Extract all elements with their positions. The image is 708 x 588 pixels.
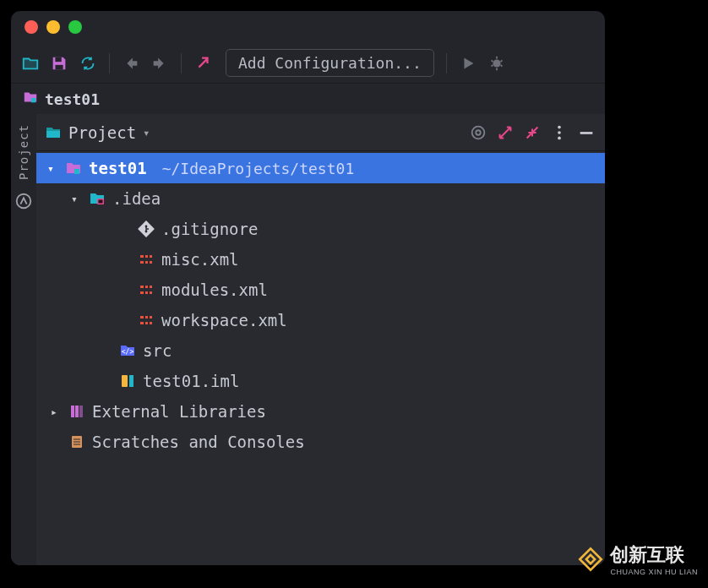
forward-icon[interactable] — [150, 54, 169, 73]
svg-rect-31 — [129, 375, 133, 381]
project-toolwindow-button[interactable]: Project — [17, 124, 30, 180]
node-label: Scratches and Consoles — [92, 433, 305, 451]
main-toolbar: Add Configuration... — [11, 43, 605, 84]
back-icon[interactable] — [122, 54, 140, 73]
project-tree: ▾ test01 ~/IdeaProjects/test01 ▾ .idea — [36, 151, 605, 565]
svg-rect-26 — [140, 322, 152, 324]
svg-rect-21 — [140, 286, 152, 288]
tree-node-src[interactable]: </> src — [36, 335, 605, 366]
xml-file-icon — [138, 251, 155, 268]
svg-point-2 — [493, 59, 500, 67]
structure-toolwindow-icon[interactable] — [14, 192, 33, 214]
svg-rect-17 — [140, 255, 152, 258]
project-panel: Project ▾ — [36, 114, 605, 565]
titlebar — [11, 11, 605, 43]
chevron-down-icon: ▾ — [143, 126, 150, 139]
minimize-window-icon[interactable] — [46, 20, 60, 34]
node-label: test01 — [89, 159, 147, 177]
svg-rect-18 — [140, 261, 152, 264]
main-area: Project Project ▾ — [11, 114, 605, 565]
node-label: test01.iml — [143, 372, 239, 390]
tree-node-external-libs[interactable]: ▸ External Libraries — [36, 396, 605, 427]
svg-point-9 — [558, 136, 561, 139]
run-icon[interactable] — [459, 54, 477, 73]
collapse-all-icon[interactable] — [522, 122, 542, 143]
navigation-bar: test01 — [11, 84, 605, 114]
svg-point-6 — [476, 130, 481, 135]
svg-rect-25 — [140, 316, 152, 318]
svg-point-7 — [558, 125, 561, 128]
svg-rect-10 — [580, 132, 593, 134]
project-view-icon — [45, 124, 62, 141]
source-folder-icon: </> — [119, 342, 136, 359]
tree-node-scratches[interactable]: Scratches and Consoles — [36, 427, 605, 457]
svg-text:</>: </> — [122, 348, 134, 356]
iml-file-icon — [119, 373, 136, 389]
svg-rect-30 — [122, 375, 128, 387]
node-label: .idea — [112, 189, 161, 208]
hide-panel-icon[interactable] — [576, 122, 596, 143]
svg-point-8 — [558, 131, 561, 134]
tree-node-misc[interactable]: misc.xml — [36, 244, 605, 275]
node-label: src — [143, 341, 172, 360]
node-label: modules.xml — [161, 280, 268, 299]
zoom-window-icon[interactable] — [68, 20, 82, 34]
svg-rect-11 — [74, 169, 79, 174]
svg-rect-0 — [55, 57, 61, 62]
panel-title-label: Project — [68, 123, 136, 142]
svg-rect-13 — [99, 200, 103, 204]
settings-menu-icon[interactable] — [549, 122, 569, 143]
node-label: workspace.xml — [161, 311, 287, 329]
tree-node-root[interactable]: ▾ test01 ~/IdeaProjects/test01 — [36, 153, 605, 183]
watermark: 创新互联 CHUANG XIN HU LIAN — [576, 542, 698, 576]
svg-rect-3 — [31, 98, 35, 102]
svg-rect-22 — [140, 291, 152, 294]
scratches-icon — [68, 433, 85, 450]
close-window-icon[interactable] — [25, 20, 38, 34]
svg-rect-27 — [144, 315, 145, 325]
watermark-sub: CHUANG XIN HU LIAN — [610, 568, 698, 576]
run-config-button[interactable]: Add Configuration... — [226, 49, 434, 77]
watermark-brand: 创新互联 — [610, 544, 684, 565]
svg-rect-1 — [55, 64, 63, 69]
svg-rect-34 — [79, 406, 83, 417]
tree-node-modules[interactable]: modules.xml — [36, 275, 605, 305]
ide-window: Add Configuration... test01 Project — [10, 10, 606, 566]
svg-rect-20 — [148, 254, 150, 264]
svg-rect-33 — [75, 406, 79, 417]
chevron-down-icon[interactable]: ▾ — [43, 162, 58, 175]
node-label: misc.xml — [161, 250, 239, 269]
svg-rect-23 — [144, 285, 145, 295]
open-icon[interactable] — [21, 54, 40, 73]
tree-node-iml[interactable]: test01.iml — [36, 366, 605, 396]
tree-node-workspace[interactable]: workspace.xml — [36, 305, 605, 335]
library-icon — [68, 403, 85, 420]
xml-file-icon — [138, 312, 155, 329]
tool-window-strip: Project — [11, 114, 36, 565]
build-icon[interactable] — [193, 54, 212, 73]
svg-rect-28 — [148, 315, 150, 325]
project-view-selector[interactable]: Project ▾ — [68, 123, 461, 142]
expand-all-icon[interactable] — [495, 122, 515, 143]
svg-point-5 — [472, 126, 485, 139]
svg-rect-24 — [148, 285, 150, 295]
svg-point-4 — [17, 194, 31, 209]
chevron-right-icon[interactable]: ▸ — [46, 406, 62, 418]
svg-rect-32 — [71, 406, 74, 417]
node-path: ~/IdeaProjects/test01 — [162, 160, 355, 177]
project-panel-header: Project ▾ — [36, 114, 605, 151]
chevron-down-icon[interactable]: ▾ — [67, 193, 82, 205]
sync-icon[interactable] — [79, 54, 97, 73]
node-label: .gitignore — [161, 220, 258, 238]
tree-node-gitignore[interactable]: .gitignore — [36, 214, 605, 244]
debug-icon[interactable] — [487, 54, 506, 73]
navigation-bar-label[interactable]: test01 — [45, 90, 100, 108]
git-file-icon — [138, 220, 155, 237]
locate-icon[interactable] — [468, 122, 488, 143]
node-label: External Libraries — [92, 402, 266, 421]
module-folder-icon — [65, 160, 82, 177]
module-folder-icon — [23, 90, 38, 108]
tree-node-idea[interactable]: ▾ .idea — [36, 183, 605, 214]
watermark-logo-icon — [576, 545, 605, 574]
save-icon[interactable] — [50, 54, 68, 73]
